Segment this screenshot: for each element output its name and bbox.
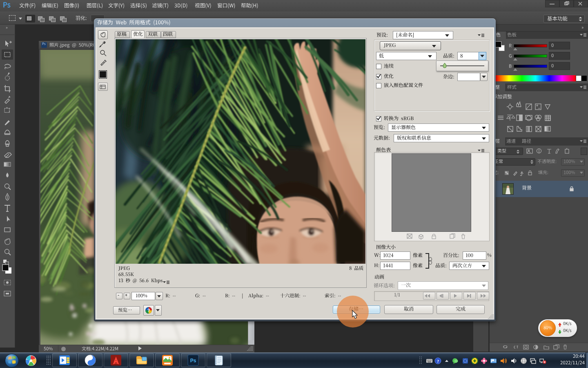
svg-text:?: ? bbox=[437, 359, 439, 364]
svg-text:Ps: Ps bbox=[190, 358, 196, 364]
svg-text:?: ? bbox=[147, 308, 150, 313]
